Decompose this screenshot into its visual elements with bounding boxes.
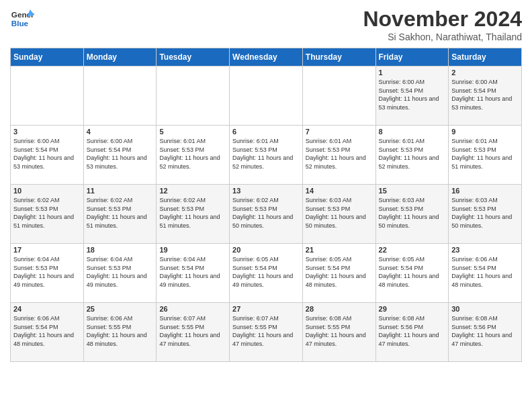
calendar-cell bbox=[302, 66, 375, 126]
day-info: Sunrise: 6:03 AM Sunset: 5:53 PM Dayligh… bbox=[306, 196, 373, 230]
day-number: 6 bbox=[232, 128, 300, 136]
day-number: 13 bbox=[232, 187, 300, 195]
calendar-cell: 10Sunrise: 6:02 AM Sunset: 5:53 PM Dayli… bbox=[11, 185, 84, 244]
weekday-header-monday: Monday bbox=[83, 48, 157, 66]
calendar-cell bbox=[83, 66, 157, 126]
weekday-header-tuesday: Tuesday bbox=[157, 48, 230, 66]
day-info: Sunrise: 6:06 AM Sunset: 5:54 PM Dayligh… bbox=[13, 314, 81, 348]
day-info: Sunrise: 6:01 AM Sunset: 5:53 PM Dayligh… bbox=[379, 137, 446, 171]
calendar-cell: 2Sunrise: 6:00 AM Sunset: 5:54 PM Daylig… bbox=[449, 66, 522, 126]
day-info: Sunrise: 6:02 AM Sunset: 5:53 PM Dayligh… bbox=[159, 196, 226, 230]
calendar-week-row: 24Sunrise: 6:06 AM Sunset: 5:54 PM Dayli… bbox=[11, 303, 522, 362]
calendar-cell: 5Sunrise: 6:01 AM Sunset: 5:53 PM Daylig… bbox=[157, 126, 230, 185]
day-number: 16 bbox=[451, 187, 519, 195]
calendar-cell: 13Sunrise: 6:02 AM Sunset: 5:53 PM Dayli… bbox=[230, 185, 303, 244]
calendar-cell: 29Sunrise: 6:08 AM Sunset: 5:56 PM Dayli… bbox=[375, 303, 449, 362]
calendar-cell: 21Sunrise: 6:05 AM Sunset: 5:54 PM Dayli… bbox=[302, 244, 375, 303]
calendar-cell: 7Sunrise: 6:01 AM Sunset: 5:53 PM Daylig… bbox=[302, 126, 375, 185]
day-number: 18 bbox=[87, 246, 154, 254]
svg-text:Blue: Blue bbox=[11, 19, 29, 28]
calendar-cell: 27Sunrise: 6:07 AM Sunset: 5:55 PM Dayli… bbox=[230, 303, 303, 362]
day-number: 12 bbox=[159, 187, 226, 195]
day-number: 22 bbox=[379, 246, 446, 254]
day-info: Sunrise: 6:07 AM Sunset: 5:55 PM Dayligh… bbox=[232, 314, 300, 348]
day-number: 26 bbox=[159, 305, 226, 313]
calendar-cell: 14Sunrise: 6:03 AM Sunset: 5:53 PM Dayli… bbox=[302, 185, 375, 244]
day-info: Sunrise: 6:07 AM Sunset: 5:55 PM Dayligh… bbox=[159, 314, 226, 348]
day-info: Sunrise: 6:04 AM Sunset: 5:54 PM Dayligh… bbox=[159, 255, 226, 289]
day-number: 23 bbox=[451, 246, 519, 254]
calendar-cell: 9Sunrise: 6:01 AM Sunset: 5:53 PM Daylig… bbox=[449, 126, 522, 185]
day-number: 2 bbox=[451, 68, 519, 77]
day-number: 5 bbox=[159, 128, 226, 136]
calendar-cell: 6Sunrise: 6:01 AM Sunset: 5:53 PM Daylig… bbox=[230, 126, 303, 185]
calendar-week-row: 10Sunrise: 6:02 AM Sunset: 5:53 PM Dayli… bbox=[11, 185, 522, 244]
calendar-week-row: 1Sunrise: 6:00 AM Sunset: 5:54 PM Daylig… bbox=[11, 66, 522, 126]
day-info: Sunrise: 6:06 AM Sunset: 5:54 PM Dayligh… bbox=[451, 255, 519, 289]
day-number: 10 bbox=[13, 187, 81, 195]
day-info: Sunrise: 6:06 AM Sunset: 5:55 PM Dayligh… bbox=[87, 314, 154, 348]
day-number: 14 bbox=[306, 187, 373, 195]
day-number: 25 bbox=[87, 305, 154, 313]
month-title: November 2024 bbox=[363, 7, 522, 32]
day-number: 30 bbox=[451, 305, 519, 313]
calendar-cell: 15Sunrise: 6:03 AM Sunset: 5:53 PM Dayli… bbox=[375, 185, 449, 244]
calendar-cell: 3Sunrise: 6:00 AM Sunset: 5:54 PM Daylig… bbox=[11, 126, 84, 185]
day-number: 4 bbox=[87, 128, 154, 136]
day-info: Sunrise: 6:03 AM Sunset: 5:53 PM Dayligh… bbox=[451, 196, 519, 230]
day-number: 27 bbox=[232, 305, 300, 313]
day-info: Sunrise: 6:04 AM Sunset: 5:53 PM Dayligh… bbox=[13, 255, 81, 289]
calendar-cell: 26Sunrise: 6:07 AM Sunset: 5:55 PM Dayli… bbox=[157, 303, 230, 362]
calendar-cell: 28Sunrise: 6:08 AM Sunset: 5:55 PM Dayli… bbox=[302, 303, 375, 362]
calendar-cell bbox=[230, 66, 303, 126]
day-number: 7 bbox=[306, 128, 373, 136]
day-number: 11 bbox=[87, 187, 154, 195]
calendar-cell: 30Sunrise: 6:08 AM Sunset: 5:56 PM Dayli… bbox=[449, 303, 522, 362]
day-info: Sunrise: 6:05 AM Sunset: 5:54 PM Dayligh… bbox=[306, 255, 373, 289]
day-number: 9 bbox=[451, 128, 519, 136]
logo: General Blue bbox=[10, 7, 34, 31]
day-number: 24 bbox=[13, 305, 81, 313]
day-info: Sunrise: 6:02 AM Sunset: 5:53 PM Dayligh… bbox=[13, 196, 81, 230]
calendar-cell: 20Sunrise: 6:05 AM Sunset: 5:54 PM Dayli… bbox=[230, 244, 303, 303]
day-info: Sunrise: 6:05 AM Sunset: 5:54 PM Dayligh… bbox=[379, 255, 446, 289]
day-number: 1 bbox=[379, 68, 446, 77]
day-info: Sunrise: 6:00 AM Sunset: 5:54 PM Dayligh… bbox=[87, 137, 154, 171]
page-header: General Blue November 2024 Si Sakhon, Na… bbox=[10, 7, 522, 42]
day-info: Sunrise: 6:00 AM Sunset: 5:54 PM Dayligh… bbox=[13, 137, 81, 171]
calendar-cell: 8Sunrise: 6:01 AM Sunset: 5:53 PM Daylig… bbox=[375, 126, 449, 185]
weekday-header-row: SundayMondayTuesdayWednesdayThursdayFrid… bbox=[11, 48, 522, 66]
day-info: Sunrise: 6:02 AM Sunset: 5:53 PM Dayligh… bbox=[87, 196, 154, 230]
day-number: 15 bbox=[379, 187, 446, 195]
calendar-cell: 23Sunrise: 6:06 AM Sunset: 5:54 PM Dayli… bbox=[449, 244, 522, 303]
day-number: 19 bbox=[159, 246, 226, 254]
weekday-header-friday: Friday bbox=[375, 48, 449, 66]
weekday-header-thursday: Thursday bbox=[302, 48, 375, 66]
day-info: Sunrise: 6:01 AM Sunset: 5:53 PM Dayligh… bbox=[451, 137, 519, 171]
day-info: Sunrise: 6:03 AM Sunset: 5:53 PM Dayligh… bbox=[379, 196, 446, 230]
calendar-cell: 24Sunrise: 6:06 AM Sunset: 5:54 PM Dayli… bbox=[11, 303, 84, 362]
calendar-cell: 12Sunrise: 6:02 AM Sunset: 5:53 PM Dayli… bbox=[157, 185, 230, 244]
calendar-cell: 11Sunrise: 6:02 AM Sunset: 5:53 PM Dayli… bbox=[83, 185, 157, 244]
day-info: Sunrise: 6:01 AM Sunset: 5:53 PM Dayligh… bbox=[306, 137, 373, 171]
day-number: 21 bbox=[306, 246, 373, 254]
location-subtitle: Si Sakhon, Narathiwat, Thailand bbox=[363, 32, 522, 42]
day-info: Sunrise: 6:02 AM Sunset: 5:53 PM Dayligh… bbox=[232, 196, 300, 230]
calendar-cell: 18Sunrise: 6:04 AM Sunset: 5:53 PM Dayli… bbox=[83, 244, 157, 303]
day-info: Sunrise: 6:05 AM Sunset: 5:54 PM Dayligh… bbox=[232, 255, 300, 289]
weekday-header-saturday: Saturday bbox=[449, 48, 522, 66]
day-info: Sunrise: 6:04 AM Sunset: 5:53 PM Dayligh… bbox=[87, 255, 154, 289]
day-info: Sunrise: 6:08 AM Sunset: 5:56 PM Dayligh… bbox=[451, 314, 519, 348]
day-info: Sunrise: 6:08 AM Sunset: 5:56 PM Dayligh… bbox=[379, 314, 446, 348]
day-info: Sunrise: 6:00 AM Sunset: 5:54 PM Dayligh… bbox=[379, 78, 446, 111]
day-number: 28 bbox=[306, 305, 373, 313]
calendar-cell: 19Sunrise: 6:04 AM Sunset: 5:54 PM Dayli… bbox=[157, 244, 230, 303]
day-number: 17 bbox=[13, 246, 81, 254]
calendar-cell: 1Sunrise: 6:00 AM Sunset: 5:54 PM Daylig… bbox=[375, 66, 449, 126]
day-number: 29 bbox=[379, 305, 446, 313]
day-info: Sunrise: 6:01 AM Sunset: 5:53 PM Dayligh… bbox=[232, 137, 300, 171]
day-info: Sunrise: 6:08 AM Sunset: 5:55 PM Dayligh… bbox=[306, 314, 373, 348]
calendar-cell bbox=[11, 66, 84, 126]
calendar-week-row: 3Sunrise: 6:00 AM Sunset: 5:54 PM Daylig… bbox=[11, 126, 522, 185]
day-number: 20 bbox=[232, 246, 300, 254]
